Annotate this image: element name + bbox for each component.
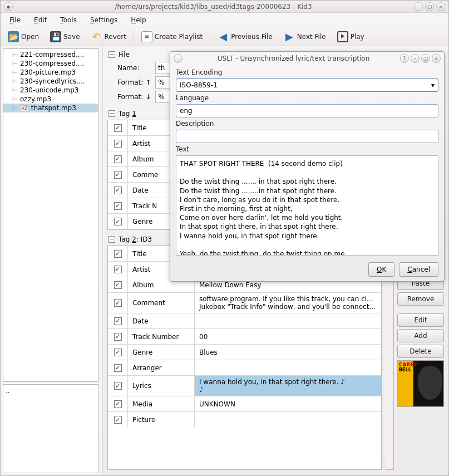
ok-button[interactable]: OK xyxy=(368,262,394,277)
tree-badge: v2 xyxy=(20,105,29,111)
field-value[interactable]: I wanna hold you, in that spot right the… xyxy=(195,376,381,396)
close-button[interactable]: × xyxy=(436,2,445,11)
row-checkbox[interactable]: ✓ xyxy=(114,281,122,289)
table-row[interactable]: ✓Track Number00 xyxy=(108,329,381,345)
field-value[interactable] xyxy=(195,412,381,428)
row-checkbox[interactable]: ✓ xyxy=(114,155,122,163)
edit-button[interactable]: Edit xyxy=(397,313,444,327)
row-checkbox[interactable]: ✓ xyxy=(114,349,122,356)
field-name: Genre xyxy=(128,345,195,360)
row-checkbox[interactable]: ✓ xyxy=(114,299,122,307)
row-checkbox[interactable]: ✓ xyxy=(114,333,122,341)
previous-file-label: Previous File xyxy=(231,33,273,41)
tree-item[interactable]: ⊢230-compressed.... xyxy=(3,59,98,68)
row-checkbox[interactable]: ✓ xyxy=(114,218,122,225)
menubar: File Edit Tools Settings Help xyxy=(1,13,448,27)
menu-edit[interactable]: Edit xyxy=(28,14,52,26)
table-row[interactable]: ✓Date xyxy=(108,313,381,329)
add-button[interactable]: Add xyxy=(397,329,444,342)
dialog-maximize-button[interactable]: ▢ xyxy=(421,54,430,63)
field-value[interactable]: software program. If you like this track… xyxy=(195,293,381,313)
menu-tools[interactable]: Tools xyxy=(55,14,82,26)
open-label: Open xyxy=(21,33,39,41)
tree-item[interactable]: ⊢ozzy.mp3 xyxy=(3,95,98,104)
next-file-button[interactable]: ▶Next File xyxy=(279,29,331,45)
app-icon: ◆ xyxy=(4,2,13,11)
format-down-label: Format: ↓ xyxy=(117,93,151,101)
row-checkbox[interactable]: ✓ xyxy=(114,266,122,273)
tree-label: 221-compressed.... xyxy=(20,51,84,58)
field-value[interactable]: Blues xyxy=(195,345,381,360)
cover-line2: BELL xyxy=(399,367,411,372)
row-checkbox[interactable]: ✓ xyxy=(114,124,122,132)
remove-button[interactable]: Remove xyxy=(397,292,444,306)
row-checkbox[interactable]: ✓ xyxy=(114,250,122,258)
dialog-help-button[interactable]: ? xyxy=(400,54,409,63)
text-encoding-select[interactable]: ISO-8859-1 ▾ xyxy=(176,78,438,92)
open-button[interactable]: 📂Open xyxy=(3,29,44,45)
row-checkbox[interactable]: ✓ xyxy=(114,382,122,390)
create-playlist-button[interactable]: ≡Create Playlist xyxy=(136,29,208,45)
file-tree[interactable]: ⊢221-compressed....⊢230-compressed....⊢2… xyxy=(3,48,98,382)
next-icon: ▶ xyxy=(284,31,295,42)
row-checkbox[interactable]: ✓ xyxy=(114,140,122,148)
tree-label: ozzy.mp3 xyxy=(20,95,51,103)
collapse-toggle[interactable]: − xyxy=(108,110,115,117)
tree-branch-icon: ⊢ xyxy=(10,68,20,76)
menu-settings[interactable]: Settings xyxy=(85,14,123,26)
create-playlist-label: Create Playlist xyxy=(155,33,203,41)
menu-help[interactable]: Help xyxy=(125,14,151,26)
field-value[interactable]: UNKNOWN xyxy=(195,396,381,411)
field-value[interactable] xyxy=(195,360,381,375)
minimize-button[interactable]: – xyxy=(414,2,423,11)
maximize-button[interactable]: ▢ xyxy=(425,2,434,11)
tree-label: 230-compressed.... xyxy=(20,60,84,67)
tree-item[interactable]: ⊢230-unicode.mp3 xyxy=(3,86,98,95)
text-encoding-label: Text Encoding xyxy=(176,68,438,76)
row-checkbox[interactable]: ✓ xyxy=(114,364,122,372)
revert-label: Revert xyxy=(105,33,126,41)
description-input[interactable] xyxy=(176,130,438,143)
album-cover[interactable]: CAREY BELL xyxy=(397,360,444,407)
tree-item[interactable]: ⊢230-picture.mp3 xyxy=(3,68,98,77)
delete-button[interactable]: Delete xyxy=(397,345,444,358)
field-name: Media xyxy=(128,396,195,411)
row-checkbox[interactable]: ✓ xyxy=(114,416,122,424)
collapse-toggle[interactable]: − xyxy=(108,51,115,58)
row-checkbox[interactable]: ✓ xyxy=(114,202,122,210)
language-label: Language xyxy=(176,94,438,102)
menu-file[interactable]: File xyxy=(4,14,26,26)
table-row[interactable]: ✓Commentsoftware program. If you like th… xyxy=(108,293,381,313)
dialog-minimize-button[interactable]: – xyxy=(411,54,420,63)
tree-item[interactable]: ⊢221-compressed.... xyxy=(3,50,98,59)
previous-file-button[interactable]: ◀Previous File xyxy=(213,29,278,45)
tree-branch-icon: ⊢ xyxy=(10,86,20,94)
format-up-value: % xyxy=(158,78,164,86)
dialog-close-button[interactable]: × xyxy=(432,54,441,63)
tree-item[interactable]: ⊢v2thatspot.mp3 xyxy=(3,104,98,112)
tree-item[interactable]: ⊢230-syncedlyrics.... xyxy=(3,77,98,86)
language-input[interactable]: eng xyxy=(176,104,438,117)
collapse-toggle[interactable]: − xyxy=(108,236,115,243)
text-textarea[interactable]: THAT SPOT RIGHT THERE (14 second demo cl… xyxy=(176,155,438,256)
prev-icon: ◀ xyxy=(218,31,229,42)
row-checkbox[interactable]: ✓ xyxy=(114,400,122,408)
play-button[interactable]: Play xyxy=(332,29,369,45)
table-row[interactable]: ✓Arranger xyxy=(108,360,381,376)
cancel-button[interactable]: Cancel xyxy=(399,262,438,277)
row-checkbox[interactable]: ✓ xyxy=(114,187,122,194)
toolbar-separator xyxy=(210,30,210,43)
chevron-down-icon: ▾ xyxy=(431,81,435,89)
field-value[interactable] xyxy=(195,313,381,328)
revert-button[interactable]: ↶Revert xyxy=(86,29,131,45)
field-value[interactable]: 00 xyxy=(195,329,381,344)
table-row[interactable]: ✓MediaUNKNOWN xyxy=(108,396,381,412)
table-row[interactable]: ✓GenreBlues xyxy=(108,345,381,360)
tree-label: 230-picture.mp3 xyxy=(20,68,76,76)
table-row[interactable]: ✓Picture xyxy=(108,412,381,428)
dialog-title: USLT - Unsynchronized lyric/text transcr… xyxy=(187,55,400,62)
table-row[interactable]: ✓LyricsI wanna hold you, in that spot ri… xyxy=(108,376,381,396)
save-button[interactable]: 💾Save xyxy=(45,29,85,45)
row-checkbox[interactable]: ✓ xyxy=(114,171,122,179)
row-checkbox[interactable]: ✓ xyxy=(114,317,122,325)
